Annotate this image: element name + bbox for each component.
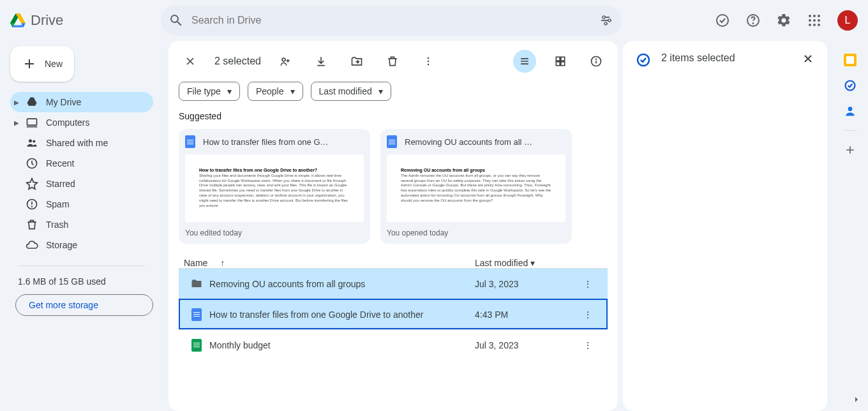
logo-area[interactable]: Drive	[10, 12, 156, 29]
storage-used-text: 1.6 MB of 15 GB used	[18, 276, 153, 287]
svg-point-5	[753, 23, 754, 24]
svg-point-23	[428, 61, 430, 63]
file-row[interactable]: How to transfer files from one Google Dr…	[179, 299, 608, 329]
svg-point-12	[809, 24, 811, 26]
sidebar-item-computers[interactable]: ▶Computers	[10, 112, 153, 133]
chevron-down-icon: ▾	[378, 86, 383, 96]
svg-rect-27	[556, 62, 560, 66]
sidebar-item-recent[interactable]: Recent	[10, 153, 153, 174]
row-menu-button[interactable]: ⋮	[583, 310, 602, 320]
col-name[interactable]: Name	[184, 258, 207, 268]
svg-point-21	[282, 58, 285, 61]
sidebar-item-starred[interactable]: Starred	[10, 174, 153, 194]
sidebar-item-label: My Drive	[46, 97, 81, 107]
add-on-button[interactable]	[844, 144, 857, 156]
row-menu-button[interactable]: ⋮	[583, 279, 602, 289]
file-row[interactable]: Removing OU accounts from all groups Jul…	[179, 268, 608, 299]
close-details-button[interactable]	[802, 52, 814, 65]
new-button[interactable]: New	[10, 46, 74, 82]
help-icon[interactable]	[740, 8, 766, 33]
docs-icon	[387, 135, 397, 148]
chevron-right-icon[interactable]: ▶	[14, 99, 19, 106]
download-button[interactable]	[310, 50, 333, 73]
svg-point-7	[813, 15, 816, 17]
chevron-down-icon: ▾	[290, 86, 295, 96]
svg-point-13	[813, 24, 816, 26]
details-pane: 2 items selected	[623, 41, 827, 411]
svg-point-17	[33, 140, 35, 142]
apps-icon[interactable]	[802, 8, 827, 33]
chevron-right-icon[interactable]: ▶	[14, 119, 19, 126]
sort-arrow-up-icon[interactable]: ↑	[220, 258, 225, 268]
move-button[interactable]	[345, 50, 368, 73]
account-avatar[interactable]: L	[837, 10, 858, 31]
tasks-icon[interactable]	[844, 79, 857, 92]
suggested-title: How to transfer files from one G…	[203, 137, 329, 147]
drive-icon	[26, 96, 38, 108]
svg-rect-15	[27, 119, 37, 125]
drive-logo-icon	[10, 13, 26, 28]
search-options-icon[interactable]	[599, 13, 614, 28]
sidebar-item-label: Spam	[46, 199, 70, 209]
file-modified: Jul 3, 2023	[475, 279, 583, 289]
view-list-button[interactable]	[513, 50, 536, 73]
suggested-thumbnail: Removing OU accounts from all groupsThe …	[387, 154, 565, 222]
suggested-meta: You opened today	[387, 228, 565, 237]
details-title: 2 items selected	[661, 52, 791, 64]
share-button[interactable]	[274, 50, 297, 73]
sidebar-item-trash[interactable]: Trash	[10, 214, 153, 235]
more-actions-button[interactable]	[417, 50, 440, 73]
col-modified[interactable]: Last modified▾	[475, 258, 583, 268]
suggested-meta: You edited today	[185, 228, 364, 237]
clear-selection-button[interactable]	[179, 50, 202, 73]
suggested-card[interactable]: Removing OU accounts from all … Removing…	[380, 129, 572, 244]
chip-last-modified[interactable]: Last modified▾	[311, 82, 391, 101]
sidebar-item-label: Shared with me	[46, 138, 108, 148]
plus-icon	[22, 56, 37, 71]
offline-ready-icon[interactable]	[710, 8, 735, 33]
svg-point-33	[848, 107, 853, 111]
svg-point-30	[596, 59, 597, 59]
svg-point-3	[717, 15, 728, 26]
chip-file-type[interactable]: File type▾	[179, 82, 240, 101]
search-bar[interactable]	[161, 5, 622, 36]
svg-point-6	[809, 15, 811, 17]
svg-point-9	[809, 19, 811, 22]
recent-icon	[26, 157, 38, 170]
svg-point-22	[428, 57, 430, 59]
get-storage-button[interactable]: Get more storage	[15, 294, 153, 316]
sidebar-item-label: Storage	[46, 240, 77, 250]
sidebar-item-label: Trash	[46, 220, 68, 230]
chip-label: File type	[187, 86, 221, 96]
sidebar-item-my-drive[interactable]: ▶My Drive	[10, 92, 153, 112]
info-button[interactable]	[585, 50, 608, 73]
column-headers: Name↑ Last modified▾	[179, 258, 608, 268]
sidebar-item-spam[interactable]: Spam	[10, 194, 153, 214]
expand-rail-button[interactable]	[851, 394, 862, 405]
suggested-card[interactable]: How to transfer files from one G… How to…	[179, 129, 370, 244]
sidebar-item-shared[interactable]: Shared with me	[10, 133, 153, 153]
sidebar-item-storage[interactable]: Storage	[10, 235, 153, 255]
svg-point-20	[32, 206, 33, 207]
computer-icon	[26, 116, 38, 129]
chip-people[interactable]: People▾	[248, 82, 303, 101]
svg-point-0	[602, 16, 605, 19]
file-modified: Jul 3, 2023	[475, 340, 583, 350]
docs-icon	[185, 135, 195, 148]
svg-point-16	[29, 139, 32, 142]
row-menu-button[interactable]: ⋮	[583, 340, 602, 350]
cloud-icon	[26, 239, 38, 251]
settings-icon[interactable]	[771, 8, 797, 33]
view-grid-button[interactable]	[549, 50, 572, 73]
sidebar: New ▶My Drive ▶Computers Shared with me …	[0, 41, 163, 411]
search-input[interactable]	[191, 15, 591, 26]
contacts-icon[interactable]	[844, 105, 857, 117]
sidebar-item-label: Starred	[46, 179, 75, 189]
selection-count: 2 selected	[214, 56, 261, 67]
file-row[interactable]: Monthly budget Jul 3, 2023 ⋮	[179, 329, 608, 360]
docs-icon	[184, 308, 209, 321]
svg-point-1	[608, 19, 611, 22]
keep-icon[interactable]	[844, 54, 857, 66]
delete-button[interactable]	[381, 50, 404, 73]
svg-point-11	[818, 19, 820, 22]
